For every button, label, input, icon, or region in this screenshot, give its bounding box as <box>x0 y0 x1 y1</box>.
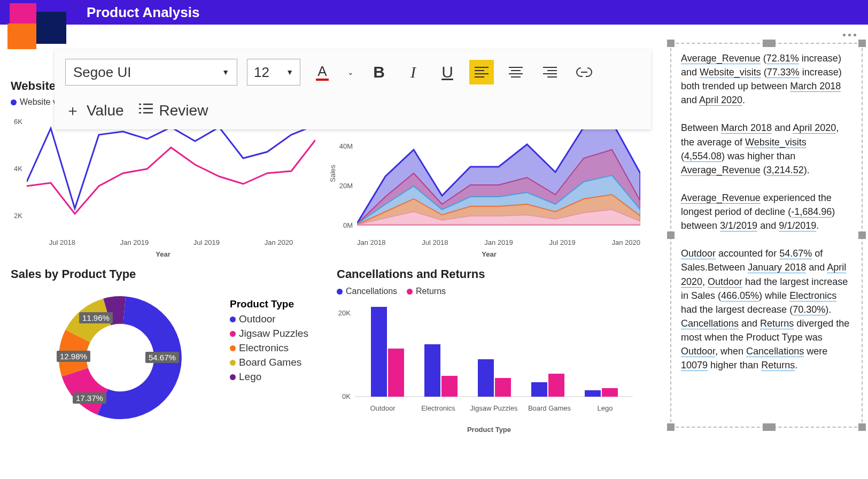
narrative-paragraph[interactable]: Between March 2018 and April 2020, the a… <box>681 121 852 176</box>
chevron-down-icon: ▼ <box>286 68 293 76</box>
insert-value-label: Value <box>87 102 124 119</box>
svg-rect-9 <box>441 376 458 397</box>
legend-label: Outdoor <box>239 313 276 325</box>
narrative-paragraph[interactable]: Average_Revenue (72.81% increase) and We… <box>681 51 852 107</box>
area-plot <box>357 118 640 235</box>
chevron-down-icon: ▼ <box>222 68 229 76</box>
legend-dot <box>11 99 17 105</box>
y-tick: 2K <box>9 212 22 220</box>
legend-label: Jigsaw Puzzles <box>239 328 308 339</box>
legend-label: Returns <box>416 287 446 296</box>
smart-narrative-textbox[interactable]: Average_Revenue (72.81% increase) and We… <box>670 43 863 428</box>
review-label: Review <box>159 102 208 119</box>
legend-dot <box>230 316 236 322</box>
insert-value-button[interactable]: ＋ Value <box>65 101 124 121</box>
bar-plot <box>355 305 633 401</box>
italic-button[interactable]: I <box>401 60 425 84</box>
svg-rect-14 <box>585 390 601 397</box>
slice-label: 17.37% <box>73 392 106 404</box>
list-icon <box>139 102 153 119</box>
font-color-dropdown[interactable]: ⌄ <box>344 60 357 84</box>
align-center-button[interactable] <box>503 60 528 84</box>
x-tick: Jigsaw Puzzles <box>466 404 522 412</box>
bold-button[interactable]: B <box>367 60 391 84</box>
x-axis-label: Year <box>337 250 641 258</box>
svg-rect-7 <box>388 349 404 397</box>
legend-dot <box>230 345 236 351</box>
chart-title: Cancellations and Returns <box>337 267 641 281</box>
font-family-value: Segoe UI <box>73 64 131 81</box>
legend-label: Cancellations <box>346 287 397 296</box>
chevron-down-icon: ⌄ <box>347 68 354 76</box>
legend-dot <box>230 331 236 337</box>
chart-title: Sales by Product Type <box>11 267 315 281</box>
font-size-select[interactable]: 12 ▼ <box>247 59 300 86</box>
y-tick: 4K <box>9 165 22 173</box>
link-icon <box>576 67 592 77</box>
svg-rect-15 <box>602 388 618 397</box>
align-left-icon <box>475 66 489 78</box>
review-button[interactable]: Review <box>139 102 208 119</box>
svg-rect-6 <box>371 307 387 397</box>
svg-rect-13 <box>548 374 564 397</box>
y-axis-label: Sales <box>329 165 337 182</box>
slice-label: 12.98% <box>57 351 90 362</box>
align-right-button[interactable] <box>538 60 562 84</box>
align-center-icon <box>509 66 523 78</box>
svg-rect-12 <box>531 382 547 397</box>
legend-label: Board Games <box>239 357 301 368</box>
align-right-icon <box>543 66 557 78</box>
legend-dot <box>230 374 236 380</box>
x-tick: Jul 2019 <box>549 238 576 246</box>
text-format-toolbar: Segoe UI ▼ 12 ▼ A ⌄ B I U ＋ Value <box>55 49 651 129</box>
page-title: Product Analysis <box>87 4 199 21</box>
slice-label: 11.96% <box>79 312 113 323</box>
narrative-paragraph[interactable]: Outdoor accounted for 54.67% of Sales.Be… <box>681 246 852 372</box>
underline-button[interactable]: U <box>435 60 460 84</box>
align-left-button[interactable] <box>469 60 494 84</box>
x-tick: Jul 2019 <box>193 238 220 246</box>
font-family-select[interactable]: Segoe UI ▼ <box>65 59 237 86</box>
y-tick: 6K <box>9 118 22 126</box>
svg-rect-10 <box>478 359 494 397</box>
header-bar: Product Analysis <box>0 0 868 25</box>
y-tick: 20M <box>335 182 353 190</box>
y-tick: 20K <box>335 309 351 317</box>
legend-dot <box>407 289 413 295</box>
font-color-button[interactable]: A <box>310 60 335 84</box>
x-tick: Outdoor <box>355 404 410 412</box>
hyperlink-button[interactable] <box>572 60 596 84</box>
legend-title: Product Type <box>230 298 308 310</box>
x-tick: Jan 2018 <box>357 238 386 246</box>
x-tick: Jan 2020 <box>612 238 641 246</box>
y-tick: 40M <box>335 142 353 150</box>
legend-label: Lego <box>239 371 261 383</box>
x-tick: Jul 2018 <box>49 238 75 246</box>
app-logo <box>5 3 59 45</box>
legend-dot <box>337 289 343 295</box>
chart-cancellations-returns[interactable]: Cancellations and Returns Cancellations … <box>337 267 641 460</box>
x-tick: Lego <box>577 404 633 412</box>
svg-rect-11 <box>495 378 511 397</box>
slice-label: 54.67% <box>145 352 179 363</box>
y-tick: 0M <box>335 221 353 229</box>
y-tick: 0K <box>335 392 351 400</box>
x-axis-label: Year <box>11 250 315 258</box>
x-tick: Board Games <box>522 404 577 412</box>
x-axis-label: Product Type <box>337 426 641 434</box>
x-tick: Jan 2020 <box>265 238 293 246</box>
svg-rect-8 <box>424 344 440 397</box>
x-tick: Jan 2019 <box>120 238 149 246</box>
font-size-value: 12 <box>254 64 269 81</box>
x-tick: Electronics <box>410 404 466 412</box>
line-plot <box>27 118 315 235</box>
legend-label: Electronics <box>239 342 289 354</box>
x-tick: Jan 2019 <box>484 238 513 246</box>
legend-dot <box>230 360 236 366</box>
font-color-icon: A <box>317 64 327 78</box>
chart-sales-by-product-type[interactable]: Sales by Product Type 54.67% 17.37% 12.9… <box>11 267 315 449</box>
plus-icon: ＋ <box>65 101 80 121</box>
narrative-paragraph[interactable]: Average_Revenue experienced the longest … <box>681 191 852 233</box>
x-tick: Jul 2018 <box>422 238 448 246</box>
